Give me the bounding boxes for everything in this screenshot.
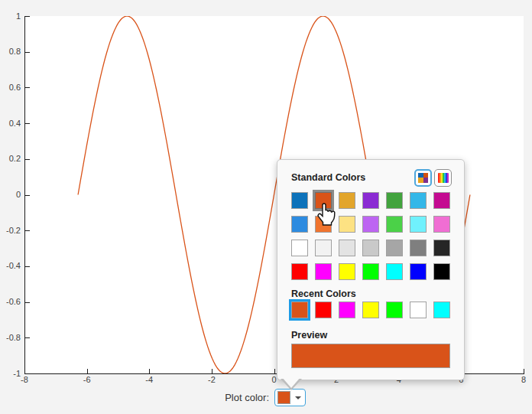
y-tick-mark	[25, 52, 30, 53]
y-tick-label: 0.8	[0, 47, 21, 57]
recent-colors-grid	[291, 302, 450, 318]
x-tick-label: -2	[208, 375, 216, 385]
standard-color-swatch[interactable]	[386, 240, 403, 256]
y-tick-label: -0.2	[0, 226, 21, 236]
standard-color-swatch[interactable]	[339, 240, 355, 256]
standard-color-swatch[interactable]	[386, 192, 403, 209]
standard-color-swatch[interactable]	[433, 263, 450, 280]
y-tick-mark	[25, 16, 30, 17]
recent-colors-label: Recent Colors	[291, 288, 356, 299]
standard-color-swatch[interactable]	[410, 192, 427, 209]
y-tick-label: 0.4	[0, 119, 21, 129]
standard-color-swatch[interactable]	[410, 216, 427, 233]
recent-color-swatch[interactable]	[433, 302, 450, 318]
recent-color-swatch[interactable]	[339, 302, 355, 318]
y-tick-label: 0.6	[0, 83, 21, 93]
standard-color-swatch[interactable]	[410, 263, 427, 280]
standard-color-swatch[interactable]	[315, 216, 332, 233]
x-tick-label: -6	[83, 375, 91, 385]
standard-color-swatch[interactable]	[410, 240, 427, 256]
x-tick-mark	[149, 369, 150, 373]
standard-color-swatch[interactable]	[433, 240, 450, 256]
standard-colors-label: Standard Colors	[291, 172, 365, 183]
y-tick-label: 1	[0, 11, 21, 21]
y-tick-mark	[25, 373, 30, 374]
recent-color-swatch[interactable]	[291, 302, 308, 318]
x-tick-label: 8	[521, 375, 526, 385]
plot-color-label: Plot color:	[225, 392, 269, 403]
standard-color-swatch[interactable]	[291, 240, 308, 256]
standard-color-swatch[interactable]	[339, 216, 355, 233]
standard-color-swatch[interactable]	[386, 263, 403, 280]
y-tick-mark	[25, 195, 30, 196]
color-picker-popup: Standard Colors Recent Colors Preview	[277, 159, 465, 380]
standard-color-swatch[interactable]	[362, 192, 379, 209]
standard-color-swatch[interactable]	[362, 216, 379, 233]
x-tick-mark	[524, 369, 524, 373]
plot-color-dropdown[interactable]	[274, 389, 306, 406]
standard-color-swatch[interactable]	[386, 216, 403, 233]
standard-color-swatch[interactable]	[291, 263, 308, 280]
y-tick-mark	[25, 302, 30, 303]
preview-label: Preview	[291, 330, 327, 341]
standard-color-swatch[interactable]	[315, 192, 332, 209]
y-tick-label: 0	[0, 190, 21, 200]
standard-color-swatch[interactable]	[315, 240, 332, 256]
y-tick-label: 0.2	[0, 154, 21, 164]
x-tick-label: -8	[21, 375, 28, 385]
standard-color-swatch[interactable]	[291, 192, 308, 209]
grid-palette-icon	[418, 173, 428, 183]
recent-color-swatch[interactable]	[362, 302, 379, 318]
y-tick-mark	[25, 159, 30, 160]
dropdown-caret-icon	[295, 396, 301, 399]
standard-color-swatch[interactable]	[362, 263, 379, 280]
x-tick-label: 0	[271, 375, 276, 385]
standard-palette-view-button[interactable]	[414, 169, 432, 187]
x-tick-label: -4	[145, 375, 153, 385]
y-tick-mark	[25, 266, 30, 267]
y-tick-label: -1	[0, 369, 21, 379]
standard-color-swatch[interactable]	[291, 216, 308, 233]
y-tick-label: -0.6	[0, 297, 21, 307]
y-tick-label: -0.4	[0, 261, 21, 271]
standard-color-swatch[interactable]	[433, 216, 450, 233]
palette-view-toggles	[414, 169, 452, 187]
current-color-swatch	[277, 391, 290, 404]
recent-color-swatch[interactable]	[315, 302, 332, 318]
standard-color-swatch[interactable]	[433, 192, 450, 209]
standard-color-swatch[interactable]	[315, 263, 332, 280]
color-preview	[291, 344, 450, 368]
y-tick-mark	[25, 337, 30, 338]
x-tick-mark	[212, 369, 212, 373]
standard-colors-grid	[291, 192, 450, 280]
standard-color-swatch[interactable]	[339, 263, 355, 280]
gradient-palette-view-button[interactable]	[434, 169, 452, 187]
y-tick-label: -0.8	[0, 333, 21, 343]
x-tick-mark	[274, 369, 275, 373]
recent-color-swatch[interactable]	[386, 302, 403, 318]
x-tick-mark	[24, 369, 25, 373]
standard-color-swatch[interactable]	[339, 192, 355, 209]
y-tick-mark	[25, 87, 30, 88]
y-tick-mark	[25, 123, 30, 124]
popup-header: Standard Colors	[291, 168, 452, 187]
standard-color-swatch[interactable]	[362, 240, 379, 256]
recent-color-swatch[interactable]	[410, 302, 427, 318]
x-tick-mark	[87, 369, 88, 373]
gradient-palette-icon	[438, 173, 449, 183]
y-tick-mark	[25, 230, 30, 231]
